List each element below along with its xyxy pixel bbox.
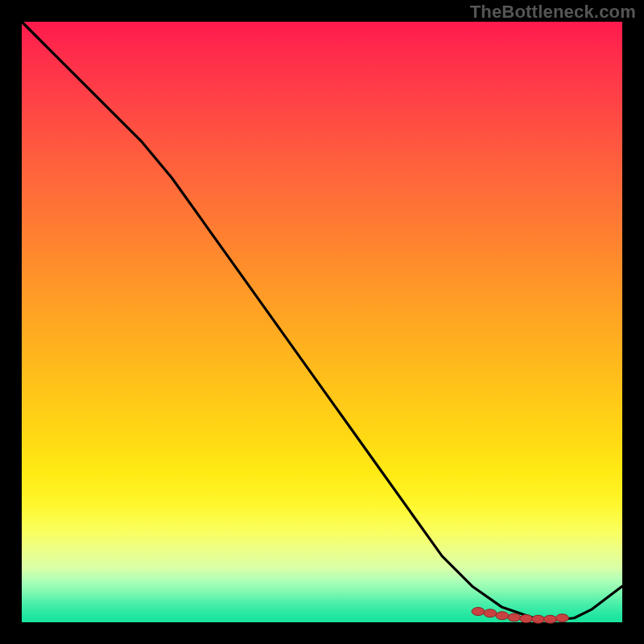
highlight-marker [555,614,568,622]
highlight-marker [496,612,509,620]
highlight-marker [484,609,497,617]
highlight-marker [543,615,556,623]
chart-frame: TheBottleneck.com [0,0,644,644]
highlight-marker [508,613,521,621]
highlight-marker [472,608,485,616]
chart-overlay-svg [22,22,622,622]
highlight-marker [520,615,533,623]
watermark-label: TheBottleneck.com [470,2,636,23]
highlight-marker [532,615,545,623]
highlight-marker-group [472,608,568,624]
bottleneck-curve [22,22,622,621]
